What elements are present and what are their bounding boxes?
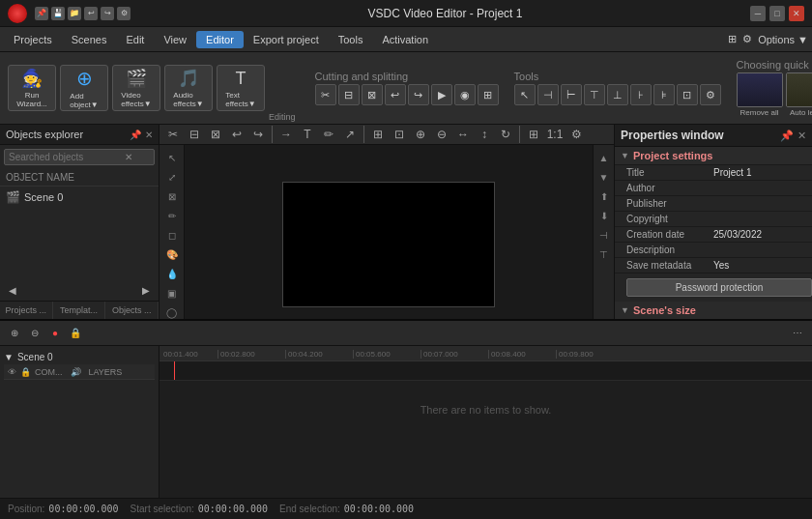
redo-icon[interactable]: ↪ [101,7,114,20]
align-center-v-btn[interactable]: ⊤ [595,245,613,263]
align-right[interactable]: ⊢ [561,84,582,105]
menu-editor[interactable]: Editor [196,31,244,48]
scroll-right-icon[interactable]: ▶ [137,281,155,299]
text-tool[interactable]: T [298,125,317,144]
add-object-button[interactable]: ⊕ Addobject▼ [60,65,108,111]
fill-btn[interactable]: ▣ [163,284,181,302]
move-tool[interactable]: ↖ [514,84,536,105]
password-protection-button[interactable]: Password protection [626,278,812,297]
scene-0-item[interactable]: 🎬 Scene 0 [0,187,159,208]
tl-more-btn[interactable]: ⋯ [789,325,806,342]
forward-icon[interactable]: ↪ [408,84,429,105]
fit-tool[interactable]: ⊞ [524,125,543,144]
maximize-button[interactable]: □ [769,6,785,21]
save-icon[interactable]: 💾 [51,7,65,20]
undo-icon[interactable]: ↩ [84,7,98,20]
loop-icon[interactable]: ◉ [454,84,476,105]
remove-all-thumb[interactable] [737,72,783,107]
text-effects-button[interactable]: T Texteffects▼ [217,65,265,111]
grid-align[interactable]: ⊡ [677,84,698,105]
layer-top-btn[interactable]: ⬆ [595,187,613,205]
transform-btn[interactable]: ⤢ [163,168,181,186]
distribute-v[interactable]: ⊧ [653,84,675,105]
align-top[interactable]: ⊤ [584,84,605,105]
settings-icon[interactable]: ⚙ [117,7,130,20]
paste-tool[interactable]: ⊠ [206,125,225,144]
layer-up-btn[interactable]: ▲ [595,149,613,166]
eye-icon[interactable]: 👁 [8,367,16,377]
grid-tool-icon[interactable]: ⊞ [478,84,499,105]
menu-edit[interactable]: Edit [116,31,154,48]
menu-view[interactable]: View [154,31,196,48]
tl-add-btn[interactable]: ⊕ [6,325,23,342]
snap-tool[interactable]: ⊡ [390,125,409,144]
right-vertical-controls: ▲ ▼ ⬆ ⬇ ⊣ ⊤ [593,145,614,319]
menu-scenes[interactable]: Scenes [62,31,117,48]
close-button[interactable]: ✕ [789,6,804,21]
align-bottom[interactable]: ⊥ [607,84,628,105]
shape-btn[interactable]: ◯ [163,303,181,319]
settings-tool[interactable]: ⚙ [700,84,721,105]
select-tool[interactable]: → [276,125,296,144]
prop-close-icon[interactable]: ✕ [798,130,806,142]
pin-icon[interactable]: 📌 [35,7,48,20]
eyedropper-btn[interactable]: 💧 [163,265,181,282]
align-left[interactable]: ⊣ [537,84,559,105]
gear-icon[interactable]: ⚙ [742,33,752,45]
auto-levels-thumb[interactable] [786,72,812,107]
grid-view-tool[interactable]: ⊞ [368,125,388,144]
menu-tools[interactable]: Tools [329,31,373,48]
folder-icon[interactable]: 📁 [68,7,81,20]
pen-tool[interactable]: ✏ [319,125,338,144]
split-icon[interactable]: ⊟ [338,84,360,105]
project-settings-section[interactable]: ▼ Project settings [615,147,812,165]
run-wizard-button[interactable]: 🧙 Run Wizard... [8,65,56,111]
actual-size-tool[interactable]: 1:1 [545,125,565,144]
cut-tool[interactable]: ✂ [163,125,183,144]
tab-templates[interactable]: Templat... [53,302,106,319]
arrow-tool[interactable]: ↗ [340,125,360,144]
panel-pin-icon[interactable]: 📌 [130,130,141,140]
settings2-tool[interactable]: ⚙ [566,125,586,144]
tab-projects[interactable]: Projects ... [0,302,53,319]
trim-icon[interactable]: ⊠ [362,84,383,105]
copy-tool[interactable]: ⊟ [185,125,204,144]
scissors-icon[interactable]: ✂ [315,84,336,105]
undo-tool[interactable]: ↩ [227,125,246,144]
menu-export[interactable]: Export project [244,31,329,48]
align-center-h-btn[interactable]: ⊣ [595,226,613,244]
color-btn[interactable]: 🎨 [163,245,181,263]
redo-tool[interactable]: ↪ [248,125,268,144]
search-input[interactable] [9,152,125,162]
layer-bottom-btn[interactable]: ⬇ [595,207,613,224]
video-effects-button[interactable]: 🎬 Videoeffects▼ [112,65,160,111]
audio-effects-button[interactable]: 🎵 Audioeffects▼ [164,65,213,111]
zoom-out-tool[interactable]: ⊖ [432,125,451,144]
zoom-in-tool[interactable]: ⊕ [411,125,430,144]
distribute-h[interactable]: ⊦ [630,84,652,105]
rewind-icon[interactable]: ↩ [385,84,406,105]
flip-h-tool[interactable]: ↔ [453,125,473,144]
options-label[interactable]: Options ▼ [758,34,808,45]
tab-objects[interactable]: Objects ... [105,302,159,319]
search-clear-icon[interactable]: ✕ [125,152,132,162]
prop-pin-icon[interactable]: 📌 [780,130,794,142]
flip-v-tool[interactable]: ↕ [475,125,494,144]
minimize-button[interactable]: ─ [750,6,766,21]
layer-down-btn[interactable]: ▼ [595,168,613,186]
tl-lock-btn[interactable]: 🔒 [67,325,84,342]
eraser-btn[interactable]: ◻ [163,226,181,244]
pen-mode-btn[interactable]: ✏ [163,207,181,224]
crop-btn[interactable]: ⊠ [163,187,181,205]
select-mode-btn[interactable]: ↖ [163,149,181,166]
tl-record-btn[interactable]: ● [46,325,64,342]
menu-projects[interactable]: Projects [4,31,62,48]
play-cut-icon[interactable]: ▶ [431,84,452,105]
scenes-size-section[interactable]: ▼ Scene's size [615,302,812,319]
menu-activation[interactable]: Activation [372,31,438,48]
lock-small-icon[interactable]: 🔒 [20,367,31,377]
tl-remove-btn[interactable]: ⊖ [26,325,44,342]
scroll-left-icon[interactable]: ◀ [4,281,21,299]
rotate-tool[interactable]: ↻ [496,125,515,144]
panel-close-icon[interactable]: ✕ [145,130,153,140]
